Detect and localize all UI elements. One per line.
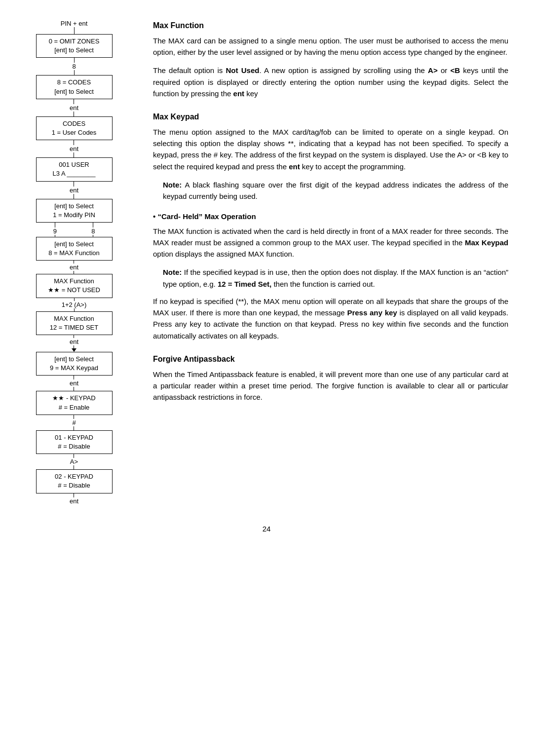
- text-content: Max Function The MAX card can be assigne…: [153, 20, 508, 410]
- label-ent5: ent: [70, 338, 78, 345]
- para2-suffix: . A new option is assigned by scrolling …: [259, 66, 428, 75]
- note1-text: A black flashing square over the first d…: [163, 181, 508, 200]
- label-ent2: ent: [70, 145, 78, 152]
- para2-A: A>: [428, 66, 438, 75]
- flowchart-inner: PIN + ent 0 = OMIT ZONES [ent] to Select…: [25, 20, 123, 505]
- connector-ent5: ent: [70, 335, 78, 352]
- bullet-title: • “Card- Held” Max Operation: [153, 211, 508, 222]
- label-8b: 8: [91, 227, 95, 235]
- note1-label: Note:: [163, 181, 182, 189]
- para2-ent: ent: [233, 89, 245, 98]
- label-ent6: ent: [70, 379, 78, 387]
- flowchart: PIN + ent 0 = OMIT ZONES [ent] to Select…: [25, 20, 138, 505]
- flow-box-5: [ent] to Select 1 = Modify PIN: [36, 199, 113, 223]
- keypad-para2: If no keypad is specified (**), the MAX …: [153, 296, 508, 341]
- label-1plus2: 1+2 (A>): [62, 301, 87, 308]
- flow-box-2: 8 = CODES [ent] to Select: [36, 75, 113, 99]
- label-hash: #: [72, 419, 76, 426]
- label-ent4: ent: [70, 264, 78, 271]
- flow-box-12: 02 - KEYPAD # = Disable: [36, 469, 113, 493]
- connector-ent2: ent: [70, 140, 78, 157]
- max-keypad-para1: The menu option assigned to the MAX card…: [153, 126, 508, 172]
- para2-prefix: The default option is: [153, 66, 226, 75]
- connector-ent3: ent: [70, 182, 78, 199]
- connector-8: 8: [25, 58, 123, 75]
- connector-ent4: ent: [70, 261, 78, 274]
- flow-box-7: MAX Function ★★ = NOT USED: [36, 274, 113, 298]
- label-ent1: ent: [70, 104, 78, 112]
- page-number: 24: [25, 525, 508, 533]
- bullet-para: The MAX function is activated when the c…: [153, 226, 508, 260]
- connector-ent6: ent: [70, 376, 78, 391]
- connector-hash: #: [72, 415, 76, 430]
- flow-box-6: [ent] to Select 8 = MAX Function: [36, 237, 113, 261]
- flow-box-1: 0 = OMIT ZONES [ent] to Select: [36, 34, 113, 58]
- label-ent-final: ent: [70, 497, 78, 505]
- flow-box-4: 001 USER L3 A ________: [36, 157, 113, 181]
- para2-mid: or: [438, 66, 451, 75]
- connector-ent-final: ent: [70, 493, 78, 505]
- branch-9-8: 9 8: [36, 223, 113, 237]
- para2-bold: Not Used: [226, 66, 260, 75]
- note-1: Note: A black flashing square over the f…: [163, 179, 508, 202]
- note2-text2: then the function is carried out.: [271, 280, 375, 288]
- connector-ent1: ent: [70, 99, 78, 116]
- forgive-para1: When the Timed Antipassback feature is e…: [153, 369, 508, 403]
- max-function-title: Max Function: [153, 20, 508, 32]
- para2-final: key: [244, 89, 258, 98]
- forgive-title: Forgive Antipassback: [153, 353, 508, 366]
- connector-1plus2: 1+2 (A>): [62, 298, 87, 311]
- note-2: Note: If the specified keypad is in use,…: [163, 266, 508, 290]
- flow-box-10: ★★ - KEYPAD # = Enable: [36, 391, 113, 415]
- flow-box-11: 01 - KEYPAD # = Disable: [36, 430, 113, 454]
- label-ent3: ent: [70, 187, 78, 194]
- flow-line-1: [74, 27, 75, 34]
- max-function-para2: The default option is Not Used. A new op…: [153, 65, 508, 99]
- para2-B: <B: [451, 66, 460, 75]
- flow-box-3: CODES 1 = User Codes: [36, 116, 113, 140]
- flow-box-9: [ent] to Select 9 = MAX Keypad: [36, 352, 113, 376]
- label-8: 8: [72, 63, 76, 70]
- max-function-para1: The MAX card can be assigned to a single…: [153, 35, 508, 58]
- label-9: 9: [53, 227, 57, 235]
- flow-arrow-1: [72, 348, 76, 352]
- flow-box-8: MAX Function 12 = TIMED SET: [36, 311, 113, 335]
- note2-bold: 12 = Timed Set,: [218, 280, 271, 288]
- max-keypad-title: Max Keypad: [153, 111, 508, 123]
- connector-A: A>: [70, 454, 78, 469]
- page-container: PIN + ent 0 = OMIT ZONES [ent] to Select…: [25, 20, 508, 505]
- note2-label: Note:: [163, 268, 182, 276]
- flowchart-top-label: PIN + ent: [61, 20, 88, 27]
- label-A: A>: [70, 458, 78, 465]
